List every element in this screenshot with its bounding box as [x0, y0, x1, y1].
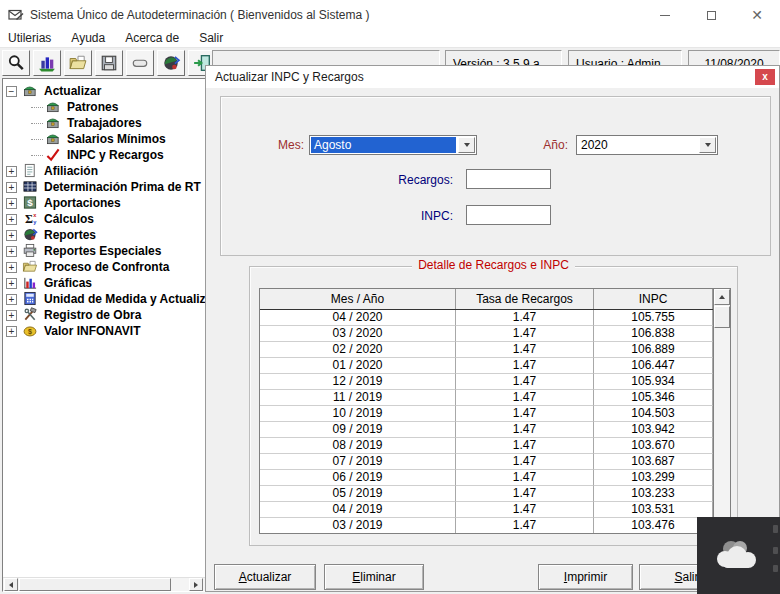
- table-row[interactable]: 01 / 20201.47106.447: [260, 358, 730, 374]
- table-row[interactable]: 03 / 20201.47106.838: [260, 326, 730, 342]
- menu-item-utilerias[interactable]: Utilerias: [0, 30, 61, 45]
- expand-icon[interactable]: +: [6, 294, 17, 305]
- tree-connector: [31, 123, 43, 124]
- sidebar-item-registro-de-obra[interactable]: +Registro de Obra: [3, 307, 205, 323]
- expand-icon[interactable]: +: [6, 182, 17, 193]
- actualizar-inpc-dialog: Actualizar INPC y Recargos x Mes: Agosto…: [205, 65, 780, 592]
- globe-icon[interactable]: [157, 50, 185, 76]
- column-header-inpc[interactable]: INPC: [594, 289, 713, 309]
- eliminar-button[interactable]: Eliminar: [324, 564, 424, 590]
- minimize-icon[interactable]: [642, 0, 688, 30]
- menu-item-ayuda[interactable]: Ayuda: [61, 30, 115, 45]
- maximize-icon[interactable]: [688, 0, 734, 30]
- chest-icon: [22, 83, 39, 99]
- recargos-input[interactable]: [466, 169, 551, 189]
- chevron-down-icon[interactable]: [699, 137, 716, 153]
- table-row[interactable]: 08 / 20191.47103.670: [260, 438, 730, 454]
- sidebar-item-reportes-especiales[interactable]: +Reportes Especiales: [3, 243, 205, 259]
- dollar-icon: $: [22, 195, 39, 211]
- sidebar-item-label: Proceso de Confronta: [44, 260, 169, 274]
- sidebar-item-valor-infonavit[interactable]: +$Valor INFONAVIT: [3, 323, 205, 339]
- sidebar-item-calculos[interactable]: +ΣxyCálculos: [3, 211, 205, 227]
- expand-icon[interactable]: +: [6, 278, 17, 289]
- checkmark-icon: [45, 147, 62, 163]
- scrollbar-thumb[interactable]: [19, 578, 171, 591]
- bar-chart-icon[interactable]: [33, 50, 61, 76]
- close-icon[interactable]: ✕: [734, 0, 780, 30]
- sidebar-item-aportaciones[interactable]: +$Aportaciones: [3, 195, 205, 211]
- expand-icon[interactable]: +: [6, 246, 17, 257]
- collapse-icon[interactable]: −: [6, 86, 17, 97]
- table-row[interactable]: 10 / 20191.47104.503: [260, 406, 730, 422]
- expand-icon[interactable]: +: [6, 166, 17, 177]
- dialog-close-icon[interactable]: x: [755, 69, 775, 85]
- column-header-mes-ano[interactable]: Mes / Año: [260, 289, 456, 309]
- expand-icon[interactable]: +: [6, 310, 17, 321]
- sidebar-item-trabajadores[interactable]: Trabajadores: [3, 115, 205, 131]
- sidebar-item-inpc-y-recargos[interactable]: INPC y Recargos: [3, 147, 205, 163]
- table-cell: 106.889: [594, 342, 713, 358]
- sidebar-item-salarios-minimos[interactable]: Salarios Mínimos: [3, 131, 205, 147]
- expand-icon[interactable]: +: [6, 198, 17, 209]
- table-row[interactable]: 05 / 20191.47103.233: [260, 486, 730, 502]
- expand-icon[interactable]: +: [6, 230, 17, 241]
- table-cell: 1.47: [456, 342, 594, 358]
- svg-text:Σ: Σ: [25, 212, 33, 226]
- menu-item-acerca-de[interactable]: Acerca de: [115, 30, 189, 45]
- menu-item-salir[interactable]: Salir: [189, 30, 233, 45]
- table-row[interactable]: 07 / 20191.47103.687: [260, 454, 730, 470]
- table-cell: 1.47: [456, 438, 594, 454]
- imprimir-button[interactable]: Imprimir: [538, 564, 633, 590]
- table-cell: 1.47: [456, 310, 594, 326]
- table-cell: 11 / 2019: [260, 390, 456, 406]
- save-icon[interactable]: [95, 50, 123, 76]
- tree-connector: [31, 155, 43, 156]
- svg-text:$: $: [27, 197, 33, 208]
- table-row[interactable]: 11 / 20191.47105.346: [260, 390, 730, 406]
- dialog-titlebar[interactable]: Actualizar INPC y Recargos x: [206, 66, 779, 88]
- sidebar-item-unidad-de-medida-y-actualizac[interactable]: +Unidad de Medida y Actualizac: [3, 291, 205, 307]
- table-cell: 1.47: [456, 358, 594, 374]
- sidebar-item-patrones[interactable]: Patrones: [3, 99, 205, 115]
- sidebar-item-label: Reportes Especiales: [44, 244, 161, 258]
- scroll-right-icon[interactable]: [189, 578, 203, 591]
- table-row[interactable]: 12 / 20191.47105.934: [260, 374, 730, 390]
- table-vertical-scrollbar[interactable]: [713, 289, 730, 533]
- inpc-input[interactable]: [466, 205, 551, 225]
- chest-icon: [45, 99, 62, 115]
- table-row[interactable]: 04 / 20191.47103.531: [260, 502, 730, 518]
- sidebar-item-actualizar[interactable]: −Actualizar: [3, 83, 205, 99]
- table-row[interactable]: 03 / 20191.47103.476: [260, 518, 730, 534]
- column-header-tasa-de-recargos[interactable]: Tasa de Recargos: [456, 289, 594, 309]
- sidebar-item-label: Actualizar: [44, 84, 101, 98]
- table-cell: 103.476: [594, 518, 713, 534]
- table-row[interactable]: 06 / 20191.47103.299: [260, 470, 730, 486]
- mes-dropdown[interactable]: Agosto: [309, 135, 477, 155]
- table-row[interactable]: 09 / 20191.47103.942: [260, 422, 730, 438]
- scrollbar-thumb[interactable]: [714, 306, 730, 328]
- actualizar-button[interactable]: Actualizar: [214, 564, 316, 590]
- search-icon[interactable]: [2, 50, 30, 76]
- table-row[interactable]: 02 / 20201.47106.889: [260, 342, 730, 358]
- button-icon[interactable]: [126, 50, 154, 76]
- expand-icon[interactable]: +: [6, 214, 17, 225]
- sidebar-item-determinacion-prima-de-rt[interactable]: +Determinación Prima de RT: [3, 179, 205, 195]
- expand-icon[interactable]: +: [6, 262, 17, 273]
- sidebar-item-proceso-de-confronta[interactable]: +Proceso de Confronta: [3, 259, 205, 275]
- table-cell: 105.755: [594, 310, 713, 326]
- anio-dropdown[interactable]: 2020: [576, 135, 718, 155]
- scroll-left-icon[interactable]: [4, 578, 18, 591]
- table-cell: 1.47: [456, 454, 594, 470]
- tree-horizontal-scrollbar[interactable]: [3, 577, 205, 591]
- sidebar-item-reportes[interactable]: +Reportes: [3, 227, 205, 243]
- globe-icon: [22, 227, 39, 243]
- table-cell: 106.447: [594, 358, 713, 374]
- chevron-down-icon[interactable]: [458, 137, 475, 153]
- table-row[interactable]: 04 / 20201.47105.755: [260, 310, 730, 326]
- scroll-up-icon[interactable]: [714, 289, 730, 305]
- sidebar-item-graficas[interactable]: +Gráficas: [3, 275, 205, 291]
- sidebar-item-afiliacion[interactable]: +Afiliación: [3, 163, 205, 179]
- expand-icon[interactable]: +: [6, 326, 17, 337]
- svg-text:y: y: [33, 219, 37, 225]
- open-folder-icon[interactable]: [64, 50, 92, 76]
